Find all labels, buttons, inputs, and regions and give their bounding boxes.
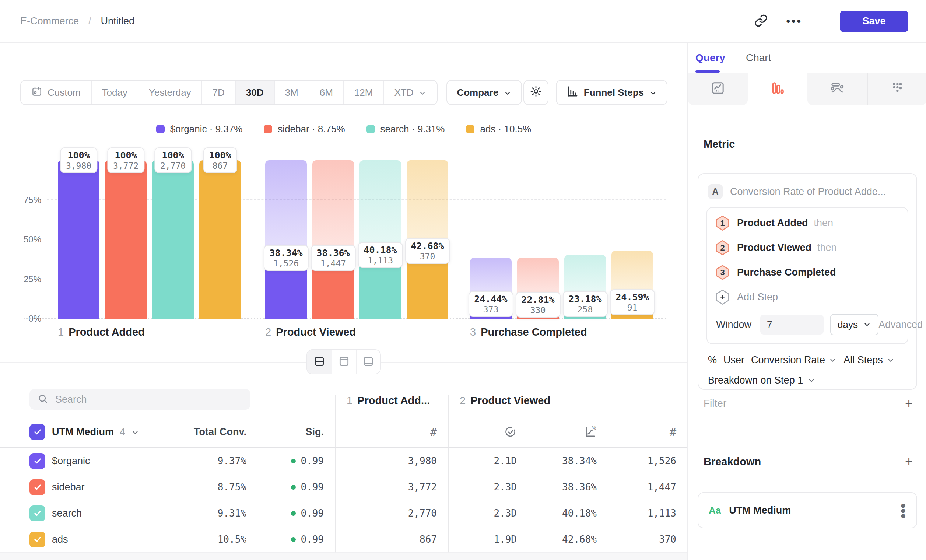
funnel-bar[interactable]: 100%3,980 bbox=[58, 160, 100, 319]
range-7d-button[interactable]: 7D bbox=[201, 81, 235, 104]
header-divider bbox=[821, 13, 822, 29]
chart-settings-button[interactable] bbox=[524, 80, 548, 105]
share-link-button[interactable] bbox=[754, 14, 768, 28]
metric-title-row[interactable]: A Conversion Rate of Product Adde... bbox=[707, 182, 908, 199]
funnel-step-group: 100%3,980100%3,772100%2,770100%867 bbox=[58, 160, 247, 319]
funnel-bar[interactable]: 24.59%91 bbox=[611, 160, 653, 319]
funnel-step-row[interactable]: 3 Purchase Completed bbox=[707, 260, 908, 285]
search-input[interactable] bbox=[54, 394, 242, 406]
kebab-menu-icon[interactable]: ●●● bbox=[900, 502, 906, 518]
funnel-step-labels: 1Product Added2Product Viewed3Purchase C… bbox=[0, 326, 687, 341]
select-all-checkbox[interactable] bbox=[29, 424, 45, 440]
range-custom-button[interactable]: Custom bbox=[21, 81, 91, 104]
count-column-icon[interactable]: # bbox=[608, 416, 687, 448]
breadcrumb-project[interactable]: E-Commerce bbox=[20, 15, 79, 27]
funnel-bar[interactable]: 100%3,772 bbox=[105, 160, 147, 319]
gear-icon bbox=[530, 85, 542, 100]
insights-chart-tab[interactable] bbox=[688, 73, 748, 105]
compare-button[interactable]: Compare bbox=[446, 80, 522, 105]
bar-value-label: 38.34%1,526 bbox=[263, 245, 308, 271]
flows-chart-tab[interactable] bbox=[807, 73, 867, 105]
funnel-bar[interactable]: 100%867 bbox=[199, 160, 241, 319]
measure-metric-dropdown[interactable]: Conversion Rate bbox=[751, 354, 837, 366]
step2-time: 1.9D bbox=[448, 527, 528, 552]
legend-item[interactable]: sidebar · 8.75% bbox=[264, 123, 345, 135]
range-xtd-button[interactable]: XTD bbox=[383, 81, 437, 104]
tab-chart[interactable]: Chart bbox=[746, 43, 771, 73]
measure-entity[interactable]: User bbox=[723, 354, 744, 366]
step2-count: 370 bbox=[608, 527, 687, 552]
total-conv-header[interactable]: Total Conv. bbox=[165, 416, 257, 448]
chart-type-button[interactable]: Funnel Steps bbox=[556, 80, 667, 105]
add-filter-button[interactable]: + bbox=[905, 397, 913, 410]
breadcrumb: E-Commerce / Untitled bbox=[20, 15, 135, 27]
window-unit-select[interactable]: days bbox=[830, 314, 879, 335]
range-yesterday-button[interactable]: Yesterday bbox=[138, 81, 201, 104]
row-checkbox[interactable] bbox=[29, 453, 45, 469]
range-3m-button[interactable]: 3M bbox=[274, 81, 309, 104]
legend-item[interactable]: $organic · 9.37% bbox=[156, 123, 243, 135]
conv-rate-column-icon[interactable]: % bbox=[528, 416, 608, 448]
measurement-row: % User Conversion Rate All Steps bbox=[707, 344, 908, 366]
chart-legend: $organic · 9.37% sidebar · 8.75% search … bbox=[0, 123, 687, 135]
funnel-bar[interactable]: 24.44%373 bbox=[470, 160, 511, 319]
legend-item[interactable]: search · 9.31% bbox=[366, 123, 445, 135]
report-canvas: Custom Today Yesterday 7D 30D 3M 6M 12M … bbox=[0, 43, 687, 560]
range-today-button[interactable]: Today bbox=[91, 81, 138, 104]
split-view-button[interactable] bbox=[307, 350, 331, 374]
step2-count: 1,447 bbox=[608, 474, 687, 500]
table-row-name: search bbox=[29, 500, 165, 527]
breakdown-item[interactable]: Aa UTM Medium ●●● bbox=[698, 492, 917, 528]
range-30d-button[interactable]: 30D bbox=[235, 81, 274, 104]
funnel-bar[interactable]: 42.68%370 bbox=[407, 160, 448, 319]
chart-view-button[interactable] bbox=[331, 350, 356, 374]
step2-time: 2.3D bbox=[448, 474, 528, 500]
funnel-bar[interactable]: 40.18%1,113 bbox=[360, 160, 401, 319]
measure-scope-dropdown[interactable]: All Steps bbox=[843, 354, 895, 366]
row-checkbox[interactable] bbox=[29, 506, 45, 521]
step2-time: 2.1D bbox=[448, 448, 528, 474]
funnel-chart-tab[interactable] bbox=[748, 73, 807, 105]
save-button[interactable]: Save bbox=[840, 11, 908, 32]
step1-count: 3,772 bbox=[335, 474, 448, 500]
row-checkbox[interactable] bbox=[29, 532, 45, 548]
page-title[interactable]: Untitled bbox=[101, 15, 135, 27]
count-column-icon[interactable]: # bbox=[335, 416, 448, 448]
funnel-bar[interactable]: 38.36%1,447 bbox=[312, 160, 354, 319]
chevron-down-icon[interactable] bbox=[131, 428, 139, 436]
table-view-button[interactable] bbox=[356, 350, 380, 374]
range-6m-button[interactable]: 6M bbox=[309, 81, 343, 104]
advanced-toggle[interactable]: Advanced bbox=[879, 319, 926, 330]
funnel-step-row[interactable]: 1 Product Added then bbox=[707, 211, 908, 235]
table-row-name: sidebar bbox=[29, 474, 165, 500]
filter-label: Filter bbox=[704, 398, 726, 409]
funnel-step-row[interactable]: 2 Product Viewed then bbox=[707, 235, 908, 260]
funnel-step-group: 38.34%1,52638.36%1,44740.18%1,11342.68%3… bbox=[265, 160, 454, 319]
avg-time-column-icon[interactable] bbox=[448, 416, 528, 448]
y-axis-tick: 25% bbox=[0, 274, 41, 285]
step2-conv: 40.18% bbox=[528, 500, 608, 527]
tab-query[interactable]: Query bbox=[695, 43, 725, 73]
add-breakdown-button[interactable]: + bbox=[905, 455, 913, 468]
funnel-bar[interactable]: 38.34%1,526 bbox=[265, 160, 307, 319]
window-value-input[interactable] bbox=[760, 315, 824, 334]
legend-item[interactable]: ads · 10.5% bbox=[466, 123, 531, 135]
sig-value: 0.99 bbox=[257, 527, 335, 552]
chart-view-icon bbox=[338, 356, 350, 368]
step1-count: 2,770 bbox=[335, 500, 448, 527]
row-checkbox[interactable] bbox=[29, 479, 45, 495]
legend-swatch bbox=[366, 125, 375, 133]
sig-header[interactable]: Sig. bbox=[257, 416, 335, 448]
sig-value: 0.99 bbox=[257, 474, 335, 500]
funnel-bar[interactable]: 23.18%258 bbox=[564, 160, 606, 319]
funnel-bar[interactable]: 22.81%330 bbox=[517, 160, 559, 319]
add-step-row[interactable]: + Add Step bbox=[707, 285, 908, 309]
chevron-down-icon bbox=[418, 88, 427, 97]
grid-dots-icon bbox=[890, 81, 905, 97]
range-12m-button[interactable]: 12M bbox=[343, 81, 383, 104]
retention-chart-tab[interactable] bbox=[867, 73, 926, 105]
funnel-bar[interactable]: 100%2,770 bbox=[152, 160, 194, 319]
more-options-button[interactable]: ••• bbox=[786, 16, 802, 27]
step2-conv: 42.68% bbox=[528, 527, 608, 552]
breakdown-on-dropdown[interactable]: Breakdown on Step 1 bbox=[707, 366, 908, 386]
